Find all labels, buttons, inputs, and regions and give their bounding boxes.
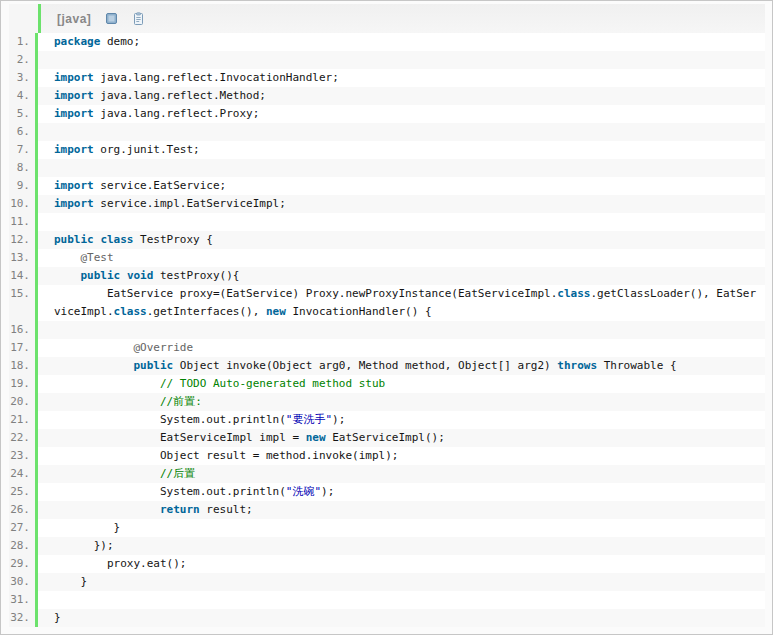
code-line: 7.import org.junit.Test;	[9, 141, 765, 159]
code-token: }	[54, 521, 120, 534]
code-token: "洗碗"	[286, 485, 321, 498]
code-line: 16.	[9, 321, 765, 339]
code-text: System.out.println("要洗手");	[38, 411, 765, 429]
code-token: void	[127, 269, 154, 282]
code-token: }	[54, 575, 87, 588]
code-token	[54, 269, 81, 282]
code-text: import java.lang.reflect.InvocationHandl…	[38, 69, 765, 87]
line-number: 15.	[9, 285, 38, 321]
code-text	[38, 123, 765, 141]
line-number: 14.	[9, 267, 38, 285]
code-token	[54, 359, 133, 372]
code-token: }	[54, 611, 61, 624]
code-token: //前置:	[160, 395, 202, 408]
line-number: 13.	[9, 249, 38, 267]
code-token: java.lang.reflect.Method;	[94, 89, 266, 102]
code-text: EatService proxy=(EatService) Proxy.newP…	[38, 285, 765, 321]
code-token: public	[133, 359, 173, 372]
code-line: 24. //后置	[9, 465, 765, 483]
line-number: 12.	[9, 231, 38, 249]
code-token: service.impl.EatServiceImpl;	[94, 197, 286, 210]
code-token: TestProxy {	[134, 233, 213, 246]
line-number: 28.	[9, 537, 38, 555]
code-text	[38, 159, 765, 177]
code-text: import service.EatService;	[38, 177, 765, 195]
line-number: 26.	[9, 501, 38, 519]
code-token: EatServiceImpl impl =	[54, 431, 306, 444]
code-token: class	[100, 233, 133, 246]
code-text: //后置	[38, 465, 765, 483]
code-line: 23. Object result = method.invoke(impl);	[9, 447, 765, 465]
code-text: package demo;	[38, 33, 765, 51]
header-gutter-spacer	[9, 4, 41, 33]
code-line: 11.	[9, 213, 765, 231]
code-text	[38, 51, 765, 69]
code-token: new	[306, 431, 326, 444]
line-number: 24.	[9, 465, 38, 483]
code-line: 25. System.out.println("洗碗");	[9, 483, 765, 501]
code-token: EatServiceImpl();	[326, 431, 445, 444]
code-token: java.lang.reflect.InvocationHandler;	[94, 71, 339, 84]
code-text: }	[38, 609, 765, 627]
code-line: 20. //前置:	[9, 393, 765, 411]
language-label: [java]	[57, 12, 91, 26]
code-token: );	[332, 413, 345, 426]
code-token: package	[54, 35, 100, 48]
line-number: 4.	[9, 87, 38, 105]
code-line: 13. @Test	[9, 249, 765, 267]
code-line: 5.import java.lang.reflect.Proxy;	[9, 105, 765, 123]
line-number: 25.	[9, 483, 38, 501]
code-text: // TODO Auto-generated method stub	[38, 375, 765, 393]
code-text: @Override	[38, 339, 765, 357]
code-token: import	[54, 179, 94, 192]
code-token: result;	[200, 503, 253, 516]
line-number: 8.	[9, 159, 38, 177]
code-line: 22. EatServiceImpl impl = new EatService…	[9, 429, 765, 447]
code-text: }	[38, 519, 765, 537]
line-number: 10.	[9, 195, 38, 213]
code-text: public void testProxy(){	[38, 267, 765, 285]
line-number: 18.	[9, 357, 38, 375]
line-number: 20.	[9, 393, 38, 411]
code-token: service.EatService;	[94, 179, 226, 192]
code-line: 15. EatService proxy=(EatService) Proxy.…	[9, 285, 765, 321]
header-toolbar: [java]	[41, 4, 765, 33]
code-text: }	[38, 573, 765, 591]
code-line: 17. @Override	[9, 339, 765, 357]
code-token	[54, 467, 160, 480]
code-text	[38, 213, 765, 231]
code-token: public	[81, 269, 121, 282]
code-line: 29. proxy.eat();	[9, 555, 765, 573]
line-number: 21.	[9, 411, 38, 429]
code-text: @Test	[38, 249, 765, 267]
line-number: 31.	[9, 591, 38, 609]
line-number: 19.	[9, 375, 38, 393]
code-token: Object invoke(Object arg0, Method method…	[173, 359, 557, 372]
copy-icon[interactable]	[132, 12, 145, 26]
code-text: public class TestProxy {	[38, 231, 765, 249]
code-token: demo;	[100, 35, 140, 48]
code-token: java.lang.reflect.Proxy;	[94, 107, 260, 120]
line-number: 2.	[9, 51, 38, 69]
code-text	[38, 321, 765, 339]
line-number: 30.	[9, 573, 38, 591]
code-token: Object result = method.invoke(impl);	[54, 449, 398, 462]
code-text: return result;	[38, 501, 765, 519]
code-token: import	[54, 107, 94, 120]
line-number: 23.	[9, 447, 38, 465]
code-token: org.junit.Test;	[94, 143, 200, 156]
view-source-icon[interactable]	[105, 12, 118, 25]
code-token: import	[54, 197, 94, 210]
code-token: //后置	[160, 467, 195, 480]
code-line: 4.import java.lang.reflect.Method;	[9, 87, 765, 105]
code-line: 8.	[9, 159, 765, 177]
code-line: 28. });	[9, 537, 765, 555]
code-block: [java]	[9, 4, 765, 627]
code-line: 18. public Object invoke(Object arg0, Me…	[9, 357, 765, 375]
code-line: 30. }	[9, 573, 765, 591]
code-token: InvocationHandler() {	[286, 305, 432, 318]
line-number: 29.	[9, 555, 38, 573]
line-number: 22.	[9, 429, 38, 447]
line-number: 32.	[9, 609, 38, 627]
code-token: @Test	[81, 251, 114, 264]
